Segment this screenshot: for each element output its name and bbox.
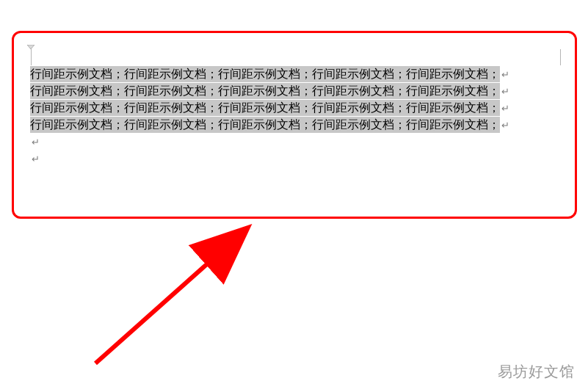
paragraph-mark-icon: ↵ [501, 117, 509, 134]
selected-text[interactable]: 行间距示例文档；行间距示例文档；行间距示例文档；行间距示例文档；行间距示例文档； [30, 117, 500, 133]
paragraph-mark-icon: ↵ [501, 67, 509, 83]
text-line: 行间距示例文档；行间距示例文档；行间距示例文档；行间距示例文档；行间距示例文档；… [30, 117, 565, 134]
annotation-frame: 行间距示例文档；行间距示例文档；行间距示例文档；行间距示例文档；行间距示例文档；… [12, 31, 577, 219]
arrow-icon [73, 224, 264, 371]
indent-marker-icon [27, 45, 35, 51]
margin-marker-left [31, 49, 32, 65]
ruler-area [29, 40, 565, 62]
empty-paragraph: ↵ [30, 150, 565, 167]
margin-marker-right [560, 49, 561, 65]
text-line: 行间距示例文档；行间距示例文档；行间距示例文档；行间距示例文档；行间距示例文档；… [30, 66, 565, 83]
watermark-text: 易坊好文馆 [498, 362, 575, 382]
selected-text[interactable]: 行间距示例文档；行间距示例文档；行间距示例文档；行间距示例文档；行间距示例文档； [30, 66, 500, 82]
paragraph-mark-icon: ↵ [32, 137, 40, 148]
paragraph-mark-icon: ↵ [501, 84, 509, 100]
text-line: 行间距示例文档；行间距示例文档；行间距示例文档；行间距示例文档；行间距示例文档；… [30, 83, 565, 100]
paragraph-mark-icon: ↵ [32, 153, 40, 164]
svg-line-2 [95, 233, 242, 363]
selected-text[interactable]: 行间距示例文档；行间距示例文档；行间距示例文档；行间距示例文档；行间距示例文档； [30, 100, 500, 116]
paragraph-mark-icon: ↵ [501, 101, 509, 117]
empty-paragraph: ↵ [30, 134, 565, 150]
text-line: 行间距示例文档；行间距示例文档；行间距示例文档；行间距示例文档；行间距示例文档；… [30, 100, 565, 117]
svg-marker-0 [27, 45, 35, 49]
document-body[interactable]: 行间距示例文档；行间距示例文档；行间距示例文档；行间距示例文档；行间距示例文档；… [30, 66, 565, 167]
selected-text[interactable]: 行间距示例文档；行间距示例文档；行间距示例文档；行间距示例文档；行间距示例文档； [30, 83, 500, 99]
